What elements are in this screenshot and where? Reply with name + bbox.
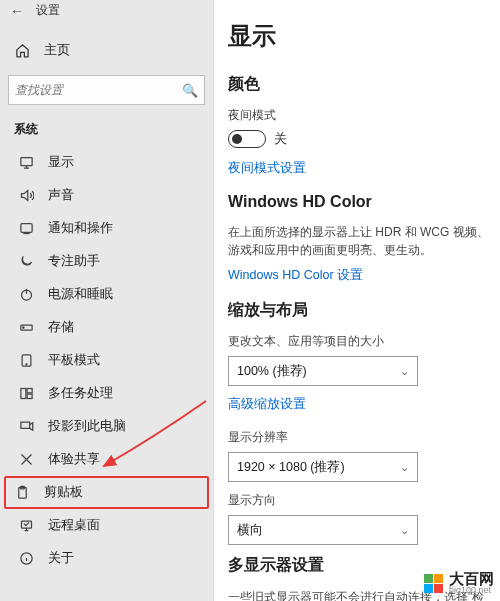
page-title: 显示 [228,20,500,52]
sidebar-label: 平板模式 [48,352,100,369]
scale-label: 更改文本、应用等项目的大小 [228,333,500,350]
settings-title: 设置 [36,2,60,19]
svg-rect-7 [20,389,25,399]
sidebar-item-notifications[interactable]: 通知和操作 [0,212,213,245]
tablet-icon [18,353,34,369]
chevron-down-icon: ⌄ [400,365,409,378]
storage-icon [18,320,34,336]
sidebar-item-shared[interactable]: 体验共享 [0,443,213,476]
group-system: 系统 [0,115,213,146]
night-mode-label: 夜间模式 [228,107,500,124]
multitask-icon [18,386,34,402]
night-mode-toggle[interactable] [228,130,266,148]
sidebar-label: 声音 [48,187,74,204]
sidebar-label: 关于 [48,550,74,567]
orientation-select[interactable]: 横向 ⌄ [228,515,418,545]
watermark-logo-icon [424,574,443,593]
sidebar-item-sound[interactable]: 声音 [0,179,213,212]
sidebar-item-focus[interactable]: 专注助手 [0,245,213,278]
hd-color-heading: Windows HD Color [228,193,500,211]
sidebar-label: 体验共享 [48,451,100,468]
sidebar-label: 显示 [48,154,74,171]
back-icon[interactable]: ← [10,3,24,19]
advanced-scale-link[interactable]: 高级缩放设置 [228,396,500,413]
notifications-icon [18,221,34,237]
chevron-down-icon: ⌄ [400,461,409,474]
scale-select[interactable]: 100% (推荐) ⌄ [228,356,418,386]
search-icon: 🔍 [182,83,198,98]
sidebar-item-storage[interactable]: 存储 [0,311,213,344]
sidebar-label: 远程桌面 [48,517,100,534]
chevron-down-icon: ⌄ [400,524,409,537]
sidebar-label: 投影到此电脑 [48,418,126,435]
home-nav[interactable]: 主页 [0,33,213,67]
scale-value: 100% (推荐) [237,363,307,380]
home-label: 主页 [44,41,70,59]
sidebar-label: 电源和睡眠 [48,286,113,303]
display-icon [18,155,34,171]
remote-icon [18,518,34,534]
orientation-label: 显示方向 [228,492,500,509]
svg-rect-9 [27,394,32,398]
resolution-value: 1920 × 1080 (推荐) [237,459,345,476]
shared-icon [18,452,34,468]
hd-color-link[interactable]: Windows HD Color 设置 [228,267,500,284]
resolution-label: 显示分辨率 [228,429,500,446]
sidebar-label: 多任务处理 [48,385,113,402]
about-icon [18,551,34,567]
night-mode-state: 关 [274,131,287,148]
scale-heading: 缩放与布局 [228,300,500,321]
focus-icon [18,254,34,270]
sidebar-item-about[interactable]: 关于 [0,542,213,575]
sidebar-item-tablet[interactable]: 平板模式 [0,344,213,377]
color-heading: 颜色 [228,74,500,95]
sidebar-item-multitask[interactable]: 多任务处理 [0,377,213,410]
svg-rect-10 [20,422,29,428]
sidebar-label: 存储 [48,319,74,336]
svg-rect-1 [20,224,31,233]
power-icon [18,287,34,303]
hd-color-desc: 在上面所选择的显示器上让 HDR 和 WCG 视频、游戏和应用中的画面更明亮、更… [228,223,500,259]
sidebar-item-display[interactable]: 显示 [0,146,213,179]
search-input[interactable]: 🔍 [8,75,205,105]
watermark-domain: big100.net [449,586,494,595]
svg-point-6 [26,364,27,365]
home-icon [14,42,30,58]
sidebar-label: 专注助手 [48,253,100,270]
night-mode-settings-link[interactable]: 夜间模式设置 [228,160,500,177]
watermark: 大百网 big100.net [424,571,494,595]
svg-rect-0 [20,158,31,166]
sidebar-item-remote[interactable]: 远程桌面 [0,509,213,542]
sidebar-item-project[interactable]: 投影到此电脑 [0,410,213,443]
orientation-value: 横向 [237,522,263,539]
sidebar-label: 通知和操作 [48,220,113,237]
watermark-brand: 大百网 [449,571,494,586]
sidebar-item-clipboard[interactable]: 剪贴板 [4,476,209,509]
svg-rect-8 [27,389,32,393]
project-icon [18,419,34,435]
svg-point-4 [22,327,23,328]
sound-icon [18,188,34,204]
sidebar-item-power[interactable]: 电源和睡眠 [0,278,213,311]
clipboard-icon [14,485,30,501]
search-field[interactable] [15,83,182,97]
sidebar-label: 剪贴板 [44,484,83,501]
resolution-select[interactable]: 1920 × 1080 (推荐) ⌄ [228,452,418,482]
